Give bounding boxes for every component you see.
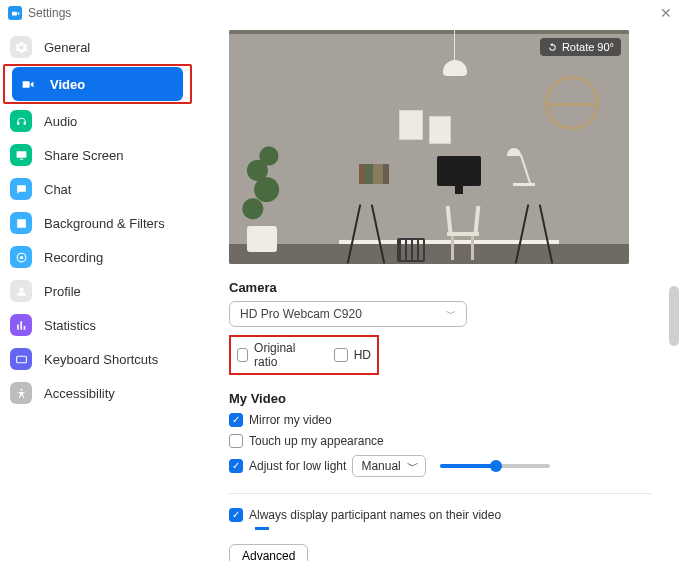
sidebar-item-label: Keyboard Shortcuts [44,352,158,367]
sidebar-item-general[interactable]: General [0,30,195,64]
sidebar-item-label: Statistics [44,318,96,333]
rotate-90-button[interactable]: Rotate 90° [540,38,621,56]
share-screen-icon [10,144,32,166]
close-icon[interactable]: ✕ [660,5,672,21]
low-light-row: Adjust for low light Manual ﹀ [229,455,652,477]
background-icon [10,212,32,234]
mirror-video-checkbox[interactable]: Mirror my video [229,413,652,427]
sidebar-item-label: Video [50,77,85,92]
accessibility-icon [10,382,32,404]
checkbox-icon [237,348,248,362]
low-light-mode-value: Manual [361,459,400,473]
window-title: Settings [28,6,71,20]
touch-up-checkbox[interactable]: Touch up my appearance [229,434,652,448]
sidebar-item-label: Share Screen [44,148,124,163]
participant-names-checkbox[interactable]: Always display participant names on thei… [229,508,652,522]
sidebar-item-statistics[interactable]: Statistics [0,308,195,342]
profile-icon [10,280,32,302]
original-ratio-label: Original ratio [254,341,306,369]
hd-checkbox[interactable]: HD [334,348,371,362]
my-video-heading: My Video [229,391,652,406]
sidebar: General Video Audio Share Screen Chat Ba… [0,26,195,561]
original-ratio-checkbox[interactable]: Original ratio [237,341,306,369]
checkbox-icon [334,348,348,362]
slider-thumb[interactable] [490,460,502,472]
record-icon [10,246,32,268]
advanced-button[interactable]: Advanced [229,544,308,561]
sidebar-item-label: Background & Filters [44,216,165,231]
sidebar-item-label: Chat [44,182,71,197]
svg-point-1 [19,255,22,258]
mirror-video-label: Mirror my video [249,413,332,427]
low-light-label: Adjust for low light [249,459,346,473]
sidebar-item-recording[interactable]: Recording [0,240,195,274]
checkbox-icon [229,508,243,522]
active-underline [255,527,269,530]
divider [229,493,652,494]
chevron-down-icon: ﹀ [446,307,456,321]
sidebar-item-chat[interactable]: Chat [0,172,195,206]
checkbox-icon [229,434,243,448]
sidebar-item-audio[interactable]: Audio [0,104,195,138]
camera-heading: Camera [229,280,652,295]
camera-preview: Rotate 90° [229,30,629,264]
gear-icon [10,36,32,58]
low-light-checkbox[interactable]: Adjust for low light [229,459,346,473]
scrollbar-thumb[interactable] [669,286,679,346]
sidebar-item-share-screen[interactable]: Share Screen [0,138,195,172]
sidebar-item-video[interactable]: Video [12,67,183,101]
hd-label: HD [354,348,371,362]
checkbox-icon [229,459,243,473]
sidebar-item-label: Profile [44,284,81,299]
participant-names-label: Always display participant names on thei… [249,508,501,522]
checkbox-icon [229,413,243,427]
app-logo-icon [8,6,22,20]
low-light-mode-select[interactable]: Manual ﹀ [352,455,425,477]
sidebar-item-background-filters[interactable]: Background & Filters [0,206,195,240]
svg-point-4 [20,388,22,390]
keyboard-icon [10,348,32,370]
sidebar-item-accessibility[interactable]: Accessibility [0,376,195,410]
touch-up-label: Touch up my appearance [249,434,384,448]
sidebar-item-profile[interactable]: Profile [0,274,195,308]
svg-rect-3 [16,356,26,363]
camera-select[interactable]: HD Pro Webcam C920 ﹀ [229,301,467,327]
stats-icon [10,314,32,336]
low-light-slider[interactable] [440,464,550,468]
advanced-label: Advanced [242,549,295,561]
annotation-highlight-video: Video [3,64,192,104]
sidebar-item-keyboard-shortcuts[interactable]: Keyboard Shortcuts [0,342,195,376]
rotate-label: Rotate 90° [562,41,614,53]
sidebar-item-label: Recording [44,250,103,265]
content-pane: Rotate 90° Camera HD Pro Webcam C920 ﹀ O… [195,26,680,561]
titlebar: Settings ✕ [0,0,680,26]
headphones-icon [10,110,32,132]
sidebar-item-label: Audio [44,114,77,129]
chat-icon [10,178,32,200]
sidebar-item-label: General [44,40,90,55]
sidebar-item-label: Accessibility [44,386,115,401]
video-icon [16,73,38,95]
rotate-icon [547,42,558,53]
chevron-down-icon: ﹀ [407,458,419,475]
annotation-highlight-ratio: Original ratio HD [229,335,379,375]
camera-select-value: HD Pro Webcam C920 [240,307,362,321]
svg-point-2 [19,287,23,291]
